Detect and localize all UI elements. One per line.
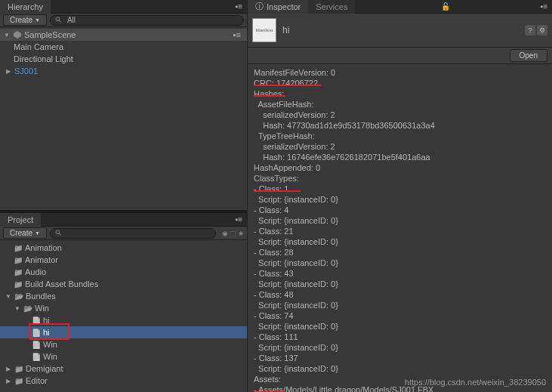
folder-bundles[interactable]: ▼Bundles bbox=[0, 290, 247, 302]
folder-icon bbox=[14, 364, 23, 373]
favorite-icon[interactable]: ★ bbox=[238, 230, 244, 237]
manifest-line: Script: {instanceID: 0} bbox=[254, 236, 546, 247]
expand-icon[interactable]: ▶ bbox=[5, 68, 12, 75]
manifest-line: Script: {instanceID: 0} bbox=[254, 194, 546, 205]
project-panel-menu-icon[interactable]: ▪≡ bbox=[231, 215, 247, 224]
inspector-panel-menu-icon[interactable]: ▪≡ bbox=[536, 2, 552, 11]
manifest-line: Script: {instanceID: 0} bbox=[254, 279, 546, 289]
annotation-underline bbox=[254, 85, 322, 86]
file-win2[interactable]: Win bbox=[0, 350, 247, 363]
folder-label: Editor bbox=[26, 376, 48, 385]
hierarchy-tabs: Hierarchy ▪≡ bbox=[0, 0, 247, 14]
file-hi[interactable]: hi bbox=[0, 314, 247, 326]
manifest-line: Script: {instanceID: 0} bbox=[254, 342, 546, 353]
services-tab-label: Services bbox=[316, 2, 347, 11]
folder-icon bbox=[14, 376, 23, 385]
folder-animator[interactable]: Animator bbox=[0, 254, 247, 266]
folder-open-icon bbox=[14, 292, 23, 301]
project-search-input[interactable] bbox=[50, 228, 216, 239]
expand-icon[interactable]: ▼ bbox=[14, 305, 21, 312]
folder-label: Audio bbox=[25, 267, 46, 276]
manifest-line: Script: {instanceID: 0} bbox=[254, 321, 546, 332]
scene-row[interactable]: ▼ SampleScene ▪≡ bbox=[0, 29, 247, 41]
folder-demigiant[interactable]: ▶Demigiant bbox=[0, 363, 247, 375]
hierarchy-panel-menu-icon[interactable]: ▪≡ bbox=[231, 2, 247, 11]
expand-icon[interactable]: ▼ bbox=[3, 32, 11, 39]
file-label: hi bbox=[43, 316, 50, 325]
inspector-content: ManifestFileVersion: 0 CRC: 174206722 Ha… bbox=[248, 64, 552, 392]
manifest-line: - Class: 1 bbox=[254, 184, 546, 194]
hierarchy-tab[interactable]: Hierarchy bbox=[0, 0, 51, 14]
project-tab[interactable]: Project bbox=[0, 213, 41, 227]
folder-icon bbox=[14, 267, 23, 276]
inspector-tabs: Inspector Services 🔓 ▪≡ bbox=[248, 0, 552, 14]
hierarchy-item-sj001[interactable]: ▶ SJ001 bbox=[0, 65, 247, 77]
file-icon bbox=[32, 316, 41, 325]
manifest-line: TypeTreeHash: bbox=[254, 131, 546, 141]
manifest-line: - Class: 74 bbox=[254, 310, 546, 321]
folder-label: Animator bbox=[25, 255, 58, 264]
unity-icon bbox=[13, 30, 22, 39]
filter-icon[interactable]: ⬚ bbox=[230, 230, 236, 237]
expand-icon[interactable]: ▼ bbox=[5, 293, 12, 300]
hierarchy-search-input[interactable]: All bbox=[50, 15, 244, 26]
annotation-underline bbox=[254, 95, 285, 97]
hierarchy-item-directional-light[interactable]: Directional Light bbox=[0, 53, 247, 65]
manifest-line: - Class: 137 bbox=[254, 353, 546, 363]
project-tabs: Project ▪≡ bbox=[0, 213, 247, 227]
svg-marker-0 bbox=[14, 31, 21, 39]
file-win[interactable]: Win bbox=[0, 338, 247, 350]
expand-icon[interactable]: ▶ bbox=[5, 366, 12, 372]
inspector-header-icons: ? ⚙ bbox=[525, 25, 547, 35]
file-icon bbox=[32, 328, 41, 337]
dropdown-arrow-icon: ▼ bbox=[35, 230, 40, 236]
gear-icon[interactable]: ⚙ bbox=[537, 25, 547, 35]
project-tab-label: Project bbox=[8, 215, 33, 224]
hierarchy-item-main-camera[interactable]: Main Camera bbox=[0, 41, 247, 53]
lock-icon[interactable]: 🔓 bbox=[438, 2, 453, 11]
folder-label: Build Asset Bundles bbox=[25, 279, 98, 289]
manifest-line: Script: {instanceID: 0} bbox=[254, 363, 546, 374]
manifest-line: Hash: 16746efe36e7626182071be5f401a6aa bbox=[254, 152, 546, 162]
file-icon bbox=[32, 352, 41, 361]
folder-editor[interactable]: ▶Editor bbox=[0, 375, 247, 387]
manifest-line: - Class: 48 bbox=[254, 289, 546, 300]
manifest-line: HashAppended: 0 bbox=[254, 162, 546, 173]
services-tab[interactable]: Services bbox=[308, 0, 355, 14]
help-icon[interactable]: ? bbox=[525, 25, 535, 35]
project-create-button[interactable]: Create ▼ bbox=[3, 227, 47, 239]
folder-audio[interactable]: Audio bbox=[0, 266, 247, 278]
folder-win[interactable]: ▼Win bbox=[0, 302, 247, 314]
project-toolbar: Create ▼ ◉ ⬚ ★ bbox=[0, 227, 247, 240]
manifest-line: ManifestFileVersion: 0 bbox=[254, 67, 546, 78]
watermark: https://blog.csdn.net/weixin_38239050 bbox=[405, 377, 546, 387]
create-label: Create bbox=[10, 16, 32, 24]
folder-label: Win bbox=[35, 304, 49, 313]
create-label: Create bbox=[10, 229, 32, 237]
scene-name: SampleScene bbox=[24, 30, 76, 39]
scene-menu-icon[interactable]: ▪≡ bbox=[233, 30, 244, 39]
manifest-line: AssetFileHash: bbox=[254, 99, 546, 110]
item-label: Main Camera bbox=[14, 42, 63, 51]
folder-animation[interactable]: Animation bbox=[0, 242, 247, 254]
filter-icon[interactable]: ◉ bbox=[222, 230, 228, 237]
hierarchy-toolbar: Create ▼ All bbox=[0, 14, 247, 27]
folder-icon bbox=[14, 255, 23, 264]
asset-thumbnail: Manifest bbox=[252, 18, 276, 42]
folder-label: Animation bbox=[25, 243, 62, 252]
manifest-line: Hashes: bbox=[254, 88, 546, 99]
manifest-line: - Class: 43 bbox=[254, 268, 546, 279]
open-label: Open bbox=[520, 51, 538, 60]
folder-build-asset-bundles[interactable]: Build Asset Bundles bbox=[0, 278, 247, 290]
info-icon bbox=[255, 1, 264, 12]
file-hi-selected[interactable]: hi bbox=[0, 326, 247, 338]
expand-icon[interactable]: ▶ bbox=[5, 378, 12, 384]
file-label: Win bbox=[43, 340, 57, 349]
inspector-tab[interactable]: Inspector bbox=[248, 0, 308, 14]
folder-icon bbox=[14, 279, 23, 289]
manifest-line: Hash: 47730ad1d1e9d53178bd36500631a3a4 bbox=[254, 120, 546, 131]
hierarchy-create-button[interactable]: Create ▼ bbox=[3, 14, 47, 26]
manifest-line: Script: {instanceID: 0} bbox=[254, 258, 546, 268]
open-button[interactable]: Open bbox=[510, 49, 547, 62]
manifest-line: - Class: 111 bbox=[254, 332, 546, 342]
